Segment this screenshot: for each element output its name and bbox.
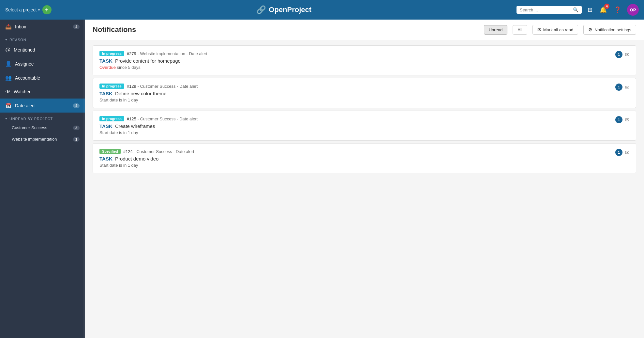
notification-meta: In progress #129 - Customer Success - Da… — [99, 84, 611, 89]
status-badge: In progress — [99, 84, 124, 89]
customer-success-count: 3 — [73, 126, 80, 130]
notification-body: In progress #279 - Website implementatio… — [99, 51, 611, 70]
notification-sub: Start date is in 1 day — [99, 98, 611, 102]
sidebar-item-assignee[interactable]: 👤 Assignee — [0, 57, 85, 71]
avatar[interactable]: OP — [627, 4, 639, 16]
search-box[interactable]: 🔍 — [517, 6, 582, 14]
notification-body: In progress #125 - Customer Success - Da… — [99, 116, 611, 135]
notification-card[interactable]: In progress #129 - Customer Success - Da… — [93, 78, 636, 108]
meta-text: #125 - Customer Success - Date alert — [127, 116, 198, 121]
notification-settings-button[interactable]: ⚙ Notification settings — [583, 25, 636, 35]
notification-actions: 1 ✉ — [615, 116, 629, 123]
sub-prefix: Start date — [99, 130, 118, 135]
notification-card[interactable]: In progress #125 - Customer Success - Da… — [93, 111, 636, 141]
task-id: #124 — [123, 149, 133, 154]
notifications-bell-button[interactable]: 🔔 4 — [598, 5, 608, 15]
notification-title: TASK Provide content for homepage — [99, 58, 611, 64]
notification-card[interactable]: Specified #124 - Customer Success - Date… — [93, 143, 636, 173]
meta-text: #279 - Website implementation - Date ale… — [127, 51, 207, 56]
notification-title: TASK Define new color theme — [99, 91, 611, 96]
topnav: Select a project ▾ + 🔗 OpenProject 🔍 ⊞ 🔔… — [0, 0, 644, 20]
notification-title: TASK Create wireframes — [99, 123, 611, 129]
notification-sub: Start date is in 1 day — [99, 163, 611, 168]
mark-read-icon: ✉ — [537, 27, 541, 32]
notification-actions: 1 ✉ — [615, 51, 629, 58]
reason-section-header[interactable]: ▾ REASON — [0, 34, 85, 43]
separator: - Customer Success - Date alert — [134, 149, 194, 154]
sub-text: is in 1 day — [119, 98, 138, 102]
main-layout: 📥 Inbox 4 ▾ REASON @ Mentioned 👤 Assigne… — [0, 20, 644, 338]
inbox-count-badge: 4 — [73, 24, 80, 29]
settings-icon: ⚙ — [588, 27, 592, 32]
help-icon: ❓ — [614, 6, 621, 13]
notification-count-badge: 1 — [615, 84, 622, 91]
content-header: Notifications Unread All ✉ Mark all as r… — [85, 20, 644, 40]
filter-all-button[interactable]: All — [513, 25, 527, 35]
sub-prefix: Start date — [99, 163, 118, 168]
notification-body: In progress #129 - Customer Success - Da… — [99, 84, 611, 102]
date-alert-icon: 📅 — [5, 102, 12, 109]
reason-section-label: REASON — [9, 38, 26, 42]
task-id: #279 — [127, 51, 136, 56]
sidebar-resizer[interactable] — [83, 20, 85, 338]
notification-actions: 1 ✉ — [615, 149, 629, 156]
separator: - Customer Success - Date alert — [137, 84, 198, 89]
content-area: Notifications Unread All ✉ Mark all as r… — [85, 20, 644, 338]
task-title: Create wireframes — [115, 123, 155, 129]
accountable-label: Accountable — [15, 75, 80, 81]
mark-read-action-icon[interactable]: ✉ — [625, 84, 629, 90]
assignee-label: Assignee — [15, 61, 80, 67]
meta-text: #129 - Customer Success - Date alert — [127, 84, 198, 89]
mark-read-action-icon[interactable]: ✉ — [625, 149, 629, 156]
mark-read-action-icon[interactable]: ✉ — [625, 52, 629, 58]
website-impl-label: Website implementation — [12, 137, 57, 142]
chevron-down-icon: ▾ — [38, 8, 40, 12]
overdue-duration: since 5 days — [117, 65, 141, 70]
bell-badge: 4 — [604, 4, 609, 9]
select-project-button[interactable]: Select a project ▾ — [5, 7, 40, 12]
sidebar-item-website-implementation[interactable]: Website implementation 1 — [0, 133, 85, 145]
unread-by-project-label: UNREAD BY PROJECT — [9, 117, 53, 121]
sidebar-item-accountable[interactable]: 👥 Accountable — [0, 71, 85, 85]
sidebar-item-date-alert[interactable]: 📅 Date alert 4 — [0, 99, 85, 113]
status-badge: In progress — [99, 116, 124, 121]
separator: - Customer Success - Date alert — [137, 116, 198, 121]
status-badge: In progress — [99, 51, 124, 56]
mark-all-read-button[interactable]: ✉ Mark all as read — [532, 25, 578, 35]
select-project-label: Select a project — [5, 7, 37, 12]
logo-text: OpenProject — [269, 6, 311, 14]
accountable-icon: 👥 — [5, 75, 12, 81]
task-label: TASK — [99, 91, 112, 96]
sidebar-item-watcher[interactable]: 👁 Watcher — [0, 85, 85, 99]
notification-body: Specified #124 - Customer Success - Date… — [99, 149, 611, 168]
unread-by-project-section-header[interactable]: ▾ UNREAD BY PROJECT — [0, 113, 85, 122]
help-button[interactable]: ❓ — [613, 5, 622, 15]
notification-card[interactable]: In progress #279 - Website implementatio… — [93, 45, 636, 75]
separator: - Website implementation - Date alert — [137, 51, 207, 56]
page-title: Notifications — [93, 25, 479, 34]
sub-text: is in 1 day — [119, 163, 138, 168]
overdue-text: Overdue — [99, 65, 116, 70]
sidebar: 📥 Inbox 4 ▾ REASON @ Mentioned 👤 Assigne… — [0, 20, 85, 338]
inbox-icon: 📥 — [5, 23, 12, 30]
notification-title: TASK Product demo video — [99, 156, 611, 161]
grid-icon: ⊞ — [588, 6, 592, 13]
sidebar-item-customer-success[interactable]: Customer Success 3 — [0, 122, 85, 133]
sidebar-item-mentioned[interactable]: @ Mentioned — [0, 43, 85, 57]
chevron-up-icon-2: ▾ — [5, 116, 7, 121]
add-project-button[interactable]: + — [42, 5, 52, 14]
grid-menu-button[interactable]: ⊞ — [586, 5, 594, 15]
search-input[interactable] — [520, 8, 571, 12]
filter-unread-button[interactable]: Unread — [484, 25, 508, 35]
mark-read-action-icon[interactable]: ✉ — [625, 117, 629, 123]
notification-count-badge: 1 — [615, 116, 622, 123]
task-title: Provide content for homepage — [115, 58, 181, 64]
notification-count-badge: 1 — [615, 149, 622, 156]
assignee-icon: 👤 — [5, 61, 12, 67]
sidebar-item-inbox[interactable]: 📥 Inbox 4 — [0, 20, 85, 34]
mentioned-icon: @ — [5, 47, 10, 53]
notification-meta: Specified #124 - Customer Success - Date… — [99, 149, 611, 154]
notification-sub: Overdue since 5 days — [99, 65, 611, 70]
app-logo: 🔗 OpenProject — [256, 5, 311, 14]
notification-meta: In progress #125 - Customer Success - Da… — [99, 116, 611, 121]
